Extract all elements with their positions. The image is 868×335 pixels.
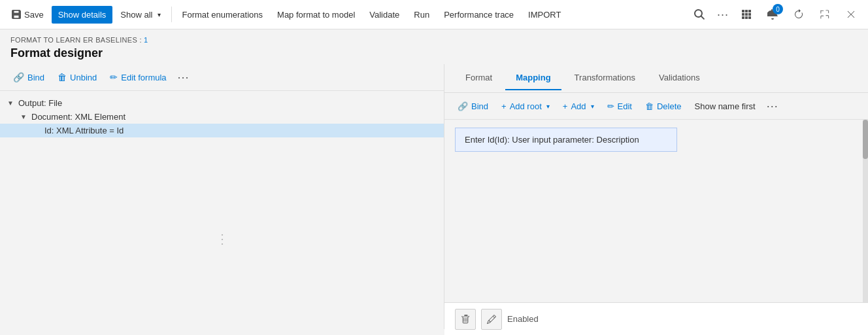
import-label: IMPORT xyxy=(528,10,561,20)
show-details-button[interactable]: Show details xyxy=(52,6,113,24)
show-name-first-label: Show name first xyxy=(695,101,756,111)
mapping-description-text: Enter Id(Id): User input parameter: Desc… xyxy=(465,135,639,145)
validate-button[interactable]: Validate xyxy=(363,6,406,24)
unbind-button[interactable]: 🗑 Unbind xyxy=(52,69,102,86)
performance-trace-label: Performance trace xyxy=(444,10,514,20)
right-bind-label: Bind xyxy=(471,101,488,111)
tree-item-label: Id: XML Attribute = Id xyxy=(44,126,124,135)
breadcrumb-text: FORMAT TO LEARN ER BASELINES xyxy=(10,36,137,44)
toggle-icon: ▼ xyxy=(18,113,29,120)
plus-icon: + xyxy=(563,101,568,111)
tab-mapping[interactable]: Mapping xyxy=(505,66,561,90)
tree-item-label: Output: File xyxy=(18,98,62,108)
edit-formula-label: Edit formula xyxy=(121,73,166,82)
add-root-button[interactable]: + Add root ▾ xyxy=(496,98,555,115)
tab-validations[interactable]: Validations xyxy=(648,66,710,90)
right-toolbar: 🔗 Bind + Add root ▾ + Add ▾ ✏ Edit 🗑 Del… xyxy=(444,93,868,120)
add-icon: + xyxy=(501,101,507,111)
left-toolbar: 🔗 Bind 🗑 Unbind ✏ Edit formula ··· xyxy=(0,64,444,91)
trash-icon: 🗑 xyxy=(645,101,654,111)
unbind-label: Unbind xyxy=(70,73,97,82)
tabs-bar: Format Mapping Transformations Validatio… xyxy=(444,64,868,93)
breadcrumb-link[interactable]: 1 xyxy=(144,36,148,44)
close-icon xyxy=(846,10,856,19)
delete-label: Delete xyxy=(657,101,682,111)
status-label: Enabled xyxy=(507,314,539,324)
refresh-button[interactable] xyxy=(787,3,810,26)
map-format-to-model-label: Map format to model xyxy=(277,10,355,20)
validate-label: Validate xyxy=(369,10,399,20)
maximize-button[interactable] xyxy=(813,3,837,26)
performance-trace-button[interactable]: Performance trace xyxy=(437,6,520,24)
toolbar-right-section: ··· 0 xyxy=(688,3,863,26)
left-more-options-button[interactable]: ··· xyxy=(175,68,193,86)
grid-icon xyxy=(741,9,752,20)
page-title: Format designer xyxy=(10,46,858,60)
tab-transformations[interactable]: Transformations xyxy=(564,66,646,90)
show-details-label: Show details xyxy=(58,10,107,20)
delete-button[interactable]: 🗑 Delete xyxy=(640,98,687,115)
add-button[interactable]: + Add ▾ xyxy=(558,98,599,115)
right-content: Enter Id(Id): User input parameter: Desc… xyxy=(444,120,868,329)
notification-button[interactable]: 0 xyxy=(761,3,784,26)
add-root-label: Add root xyxy=(510,101,542,111)
right-more-options-button[interactable]: ··· xyxy=(763,97,782,115)
delete-bottom-button[interactable] xyxy=(455,309,476,330)
maximize-icon xyxy=(820,10,829,19)
chevron-down-icon: ▾ xyxy=(546,103,550,110)
right-panel: Format Mapping Transformations Validatio… xyxy=(444,64,868,329)
tree-item[interactable]: ▼ Output: File xyxy=(0,96,444,110)
chevron-down-icon: ▾ xyxy=(591,103,594,110)
main-content: 🔗 Bind 🗑 Unbind ✏ Edit formula ··· ▼ Out… xyxy=(0,64,868,329)
tree-item-label: Document: XML Element xyxy=(31,112,125,122)
format-enumerations-label: Format enumerations xyxy=(182,10,263,20)
close-button[interactable] xyxy=(839,3,863,26)
left-panel: 🔗 Bind 🗑 Unbind ✏ Edit formula ··· ▼ Out… xyxy=(0,64,444,329)
save-label: Save xyxy=(24,10,44,20)
bind-button[interactable]: 🔗 Bind xyxy=(8,69,50,86)
save-icon xyxy=(12,10,21,19)
show-name-first-button[interactable]: Show name first xyxy=(690,98,761,115)
run-label: Run xyxy=(414,10,429,20)
toggle-icon xyxy=(31,127,42,134)
edit-button[interactable]: ✏ Edit xyxy=(602,98,637,115)
scrollbar-thumb[interactable] xyxy=(863,120,868,159)
pencil-icon: ✏ xyxy=(110,72,118,82)
search-button[interactable] xyxy=(688,3,711,26)
add-label: Add xyxy=(571,101,586,111)
search-icon xyxy=(694,9,705,20)
page-header: FORMAT TO LEARN ER BASELINES : 1 Format … xyxy=(0,29,868,64)
edit-bottom-button[interactable] xyxy=(481,309,502,330)
more-options-button[interactable]: ··· xyxy=(714,5,732,24)
trash-icon xyxy=(461,315,470,324)
run-button[interactable]: Run xyxy=(407,6,436,24)
save-button[interactable]: Save xyxy=(5,6,50,24)
pencil-icon: ✏ xyxy=(607,101,614,111)
tab-format[interactable]: Format xyxy=(455,66,503,90)
link-icon: 🔗 xyxy=(13,72,24,82)
tree-item[interactable]: ▼ Document: XML Element xyxy=(0,110,444,124)
notification-count: 0 xyxy=(773,4,783,14)
link-icon: 🔗 xyxy=(458,101,468,111)
grid-button[interactable] xyxy=(735,3,758,26)
tree-item-selected[interactable]: Id: XML Attribute = Id xyxy=(0,124,444,137)
show-all-label: Show all xyxy=(120,10,152,20)
right-scrollbar[interactable] xyxy=(863,120,868,329)
format-enumerations-button[interactable]: Format enumerations xyxy=(176,6,270,24)
refresh-icon xyxy=(793,9,804,20)
edit-formula-button[interactable]: ✏ Edit formula xyxy=(105,69,171,86)
mapping-description-box: Enter Id(Id): User input parameter: Desc… xyxy=(455,128,677,152)
right-bind-button[interactable]: 🔗 Bind xyxy=(452,98,493,115)
chevron-down-icon: ▾ xyxy=(158,11,161,18)
main-toolbar: Save Show details Show all ▾ Format enum… xyxy=(0,0,868,29)
import-button[interactable]: IMPORT xyxy=(522,6,567,24)
separator-1 xyxy=(171,7,172,22)
drag-handle[interactable]: ⋮ xyxy=(216,231,229,247)
tree-area: ▼ Output: File ▼ Document: XML Element I… xyxy=(0,91,444,329)
breadcrumb: FORMAT TO LEARN ER BASELINES : 1 xyxy=(10,36,858,44)
bind-label: Bind xyxy=(27,73,44,82)
show-all-button[interactable]: Show all ▾ xyxy=(114,6,167,24)
unlink-icon: 🗑 xyxy=(58,72,67,82)
map-format-to-model-button[interactable]: Map format to model xyxy=(271,6,361,24)
pencil-icon xyxy=(487,315,496,324)
